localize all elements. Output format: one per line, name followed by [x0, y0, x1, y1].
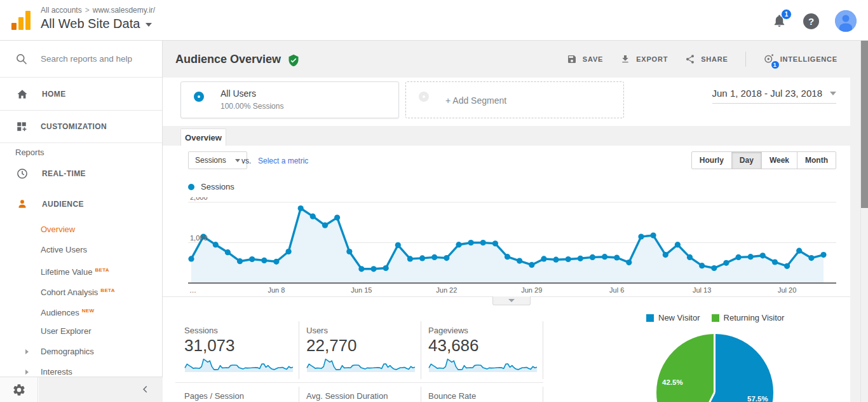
divider	[299, 321, 299, 379]
tab-strip: Overview	[163, 126, 850, 146]
sidebar-item-audience[interactable]: AUDIENCE	[0, 189, 162, 219]
intelligence-button[interactable]: 1 INTELLIGENCE	[763, 53, 837, 66]
scorecard-label[interactable]: Pageviews	[428, 326, 468, 335]
screen: All accounts>www.salesdemy.ir/ All Web S…	[0, 0, 868, 402]
scrollbar-thumb[interactable]	[861, 41, 868, 208]
segment-subtitle: 100.00% Sessions	[220, 102, 283, 111]
save-icon	[567, 54, 577, 64]
chart-expand-tab[interactable]	[492, 296, 531, 305]
gear-icon	[12, 383, 26, 397]
legend-swatch-icon	[646, 314, 654, 322]
avatar[interactable]	[835, 10, 857, 32]
select-metric-link[interactable]: Select a metric	[258, 156, 308, 165]
sidebar-item-label: Lifetime Value	[41, 267, 92, 277]
divider	[175, 382, 543, 383]
breadcrumb-account[interactable]: All accounts	[41, 6, 82, 15]
pie-slice-separator	[714, 334, 715, 392]
divider	[543, 321, 543, 379]
divider	[745, 52, 746, 67]
scorecard-value: 43,686	[428, 336, 479, 356]
svg-text:Jun 22: Jun 22	[436, 286, 457, 294]
legend-label: Returning Visitor	[724, 313, 785, 322]
sidebar-item-demographics[interactable]: Demographics	[0, 342, 162, 362]
sidebar-item-user-explorer[interactable]: User Explorer	[0, 321, 162, 342]
scorecard-label[interactable]: Bounce Rate	[428, 391, 476, 401]
sidebar-item-interests[interactable]: Interests	[0, 362, 162, 377]
granularity-week-button[interactable]: Week	[761, 151, 797, 169]
sidebar-item-label: REAL-TIME	[42, 169, 86, 178]
granularity-toggle: Hourly Day Week Month	[692, 151, 836, 169]
sidebar-item-cohort-analysis[interactable]: Cohort AnalysisBETA	[0, 281, 162, 301]
sidebar-item-audiences[interactable]: AudiencesNEW	[0, 301, 162, 321]
chevron-down-icon	[508, 299, 515, 302]
person-icon	[16, 198, 29, 211]
sidebar-item-customization[interactable]: CUSTOMIZATION	[0, 111, 162, 143]
sidebar-item-lifetime-value[interactable]: Lifetime ValueBETA	[0, 260, 162, 281]
main-content: Audience Overview SAVE EXPORT SHARE	[163, 41, 860, 402]
reports-section-label: Reports	[0, 143, 162, 158]
search-icon	[15, 53, 28, 66]
sessions-line-chart[interactable]: 2,0001,000…Jun 8Jun 15Jun 22Jun 29Jul 6J…	[188, 197, 836, 302]
help-button[interactable]: ?	[803, 13, 819, 29]
vs-label: vs.	[241, 156, 251, 165]
collapse-sidebar-button[interactable]	[141, 385, 150, 396]
sidebar-item-overview[interactable]: Overview	[0, 219, 162, 240]
sidebar-collapse-bar	[39, 377, 163, 402]
sidebar-footer	[0, 377, 163, 402]
pie-legend: New Visitor Returning Visitor	[646, 313, 784, 322]
overview-panel: Sessions vs. Select a metric Hourly Day …	[163, 146, 850, 402]
chart-legend: Sessions	[188, 182, 234, 191]
search-placeholder: Search reports and help	[41, 54, 132, 64]
svg-text:Jul 20: Jul 20	[778, 286, 796, 294]
share-label: SHARE	[701, 55, 728, 63]
sidebar-item-label: HOME	[42, 90, 66, 99]
export-button[interactable]: EXPORT	[620, 54, 668, 64]
vertical-scrollbar[interactable]	[860, 41, 868, 402]
share-button[interactable]: SHARE	[685, 54, 728, 64]
scorecard-label[interactable]: Users	[306, 326, 328, 335]
scorecard-label[interactable]: Avg. Session Duration	[306, 391, 388, 401]
download-icon	[620, 54, 630, 64]
svg-text:1,000: 1,000	[190, 234, 208, 242]
view-name[interactable]: All Web Site Data	[41, 17, 140, 31]
granularity-hourly-button[interactable]: Hourly	[691, 151, 732, 169]
add-segment-label: + Add Segment	[445, 82, 506, 119]
google-analytics-logo-icon[interactable]	[10, 10, 32, 31]
sidebar-item-label: Audiences	[41, 308, 79, 317]
scorecard-label[interactable]: Sessions	[184, 326, 218, 335]
export-label: EXPORT	[636, 55, 668, 63]
granularity-month-button[interactable]: Month	[797, 151, 836, 169]
metric-selector-dropdown[interactable]: Sessions	[188, 151, 247, 169]
svg-text:…: …	[189, 286, 196, 294]
notification-count-badge: 1	[781, 9, 792, 20]
pageviews-sparkline	[428, 356, 538, 373]
beta-badge: BETA	[100, 288, 114, 293]
chevron-down-icon	[146, 23, 152, 27]
sidebar-item-active-users[interactable]: Active Users	[0, 240, 162, 260]
sidebar-item-label: Active Users	[41, 245, 87, 254]
chevron-down-icon	[235, 159, 240, 162]
date-range-selector[interactable]: Jun 1, 2018 - Jul 23, 2018	[712, 88, 836, 104]
segment-all-users[interactable]: All Users 100.00% Sessions	[180, 81, 399, 118]
admin-button[interactable]	[0, 377, 38, 402]
new-badge: NEW	[82, 308, 95, 314]
search-input[interactable]: Search reports and help	[0, 41, 162, 78]
view-selector[interactable]: All Web Site Data	[41, 17, 155, 31]
tab-overview[interactable]: Overview	[180, 128, 226, 146]
share-icon	[685, 54, 695, 64]
intelligence-label: INTELLIGENCE	[780, 55, 837, 63]
segments-bar: All Users 100.00% Sessions + Add Segment…	[163, 78, 850, 126]
breadcrumb-separator: >	[85, 6, 90, 15]
sidebar-item-home[interactable]: HOME	[0, 78, 162, 111]
sidebar-item-realtime[interactable]: REAL-TIME	[0, 158, 162, 189]
save-button[interactable]: SAVE	[567, 54, 603, 64]
expand-arrow-icon	[25, 370, 29, 375]
svg-text:Jun 29: Jun 29	[521, 286, 542, 294]
notifications-button[interactable]: 1	[772, 13, 787, 29]
scorecard-label[interactable]: Pages / Session	[184, 391, 244, 401]
granularity-day-button[interactable]: Day	[731, 151, 762, 169]
breadcrumb-property[interactable]: www.salesdemy.ir/	[93, 6, 155, 15]
add-segment-button[interactable]: + Add Segment	[405, 81, 624, 118]
chevron-down-icon	[830, 92, 836, 95]
pie-slice-label: 42.5%	[662, 378, 683, 386]
